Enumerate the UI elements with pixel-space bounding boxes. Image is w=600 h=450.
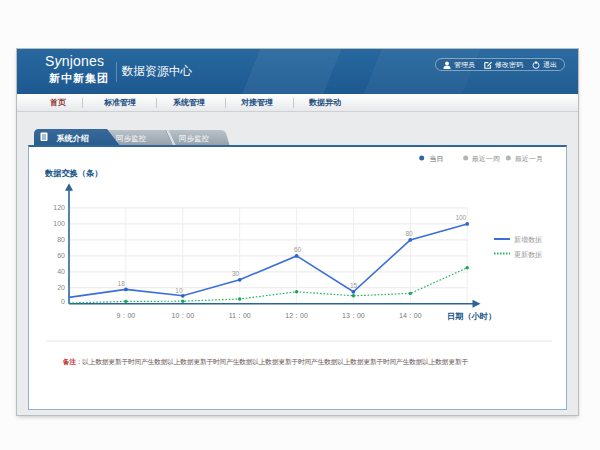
svg-text:同步监控: 同步监控	[116, 134, 147, 143]
svg-text:80: 80	[406, 230, 414, 237]
svg-text:更新数据: 更新数据	[514, 250, 542, 259]
svg-text:0: 0	[61, 298, 65, 305]
svg-text:20: 20	[57, 284, 65, 291]
svg-text:100: 100	[455, 214, 466, 221]
svg-text:系统介绍: 系统介绍	[56, 133, 89, 143]
svg-text:11：00: 11：00	[229, 312, 251, 319]
svg-text:同步监控: 同步监控	[179, 134, 210, 143]
svg-text:新增数据: 新增数据	[514, 235, 542, 244]
svg-text:30: 30	[232, 270, 240, 277]
svg-text:9：00: 9：00	[117, 312, 136, 319]
svg-text:100: 100	[53, 220, 65, 227]
svg-text:80: 80	[57, 236, 65, 243]
svg-text:14：00: 14：00	[399, 312, 422, 319]
svg-text:15: 15	[350, 282, 358, 289]
svg-text:18: 18	[118, 280, 126, 287]
svg-text:13：00: 13：00	[342, 312, 365, 319]
svg-text:数据交换（条）: 数据交换（条）	[44, 168, 102, 178]
svg-text:最近一周: 最近一周	[472, 155, 500, 162]
svg-text:最近一月: 最近一月	[515, 155, 543, 163]
svg-text:日期（小时）: 日期（小时）	[447, 312, 496, 321]
svg-text:当日: 当日	[430, 155, 444, 163]
svg-text:10：00: 10：00	[172, 312, 195, 319]
svg-text:120: 120	[53, 204, 65, 211]
svg-text:40: 40	[57, 268, 65, 275]
svg-text:备注：以上数据更新于时间产生数据以上数据更新于时间产生数据以: 备注：以上数据更新于时间产生数据以上数据更新于时间产生数据以上数据更新于时间产生…	[62, 358, 469, 366]
svg-text:12：00: 12：00	[285, 312, 308, 319]
svg-text:10: 10	[175, 287, 183, 294]
svg-text:60: 60	[57, 252, 65, 259]
svg-text:60: 60	[294, 246, 302, 253]
